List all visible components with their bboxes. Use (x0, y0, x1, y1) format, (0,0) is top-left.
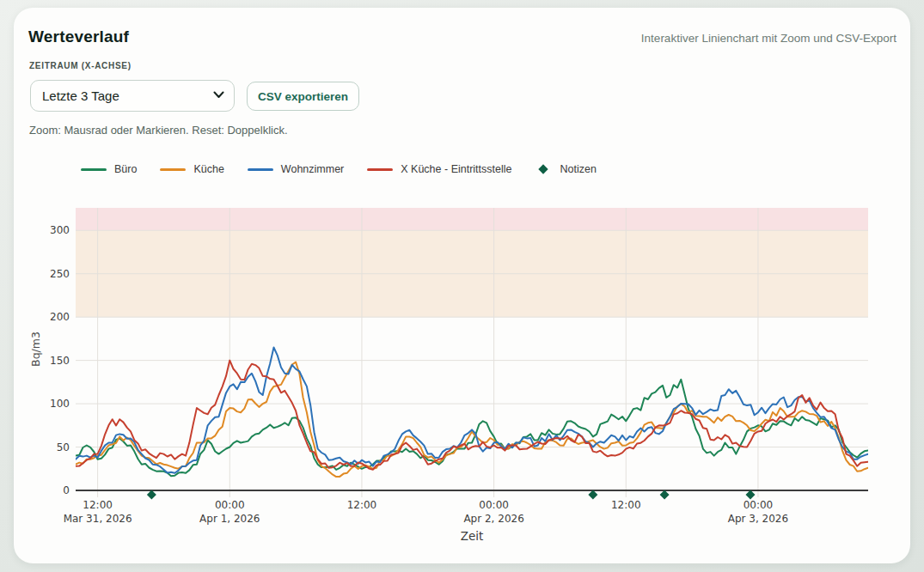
legend-line-swatch (248, 168, 273, 171)
y-tick-label: 50 (57, 441, 70, 453)
x-tick-label: 00:00Apr 1, 2026 (199, 499, 260, 525)
y-tick-label: 150 (50, 355, 70, 367)
x-tick-label: 12:00 (347, 499, 377, 511)
threshold-zone (76, 208, 868, 230)
y-tick-label: 0 (63, 484, 70, 496)
note-diamond-marker[interactable] (588, 490, 597, 500)
legend-label: Notizen (560, 163, 596, 175)
y-tick-label: 100 (50, 398, 70, 410)
legend-item[interactable]: Wohnzimmer (248, 163, 344, 175)
series-line (76, 361, 868, 470)
y-tick-label: 300 (50, 224, 70, 236)
csv-export-button[interactable]: CSV exportieren (247, 82, 359, 111)
zeitraum-select[interactable]: Letzte 3 Tage (30, 80, 235, 112)
zeitraum-select-wrap: Letzte 3 Tage (30, 80, 235, 112)
zeitraum-label: ZEITRAUM (X-ACHSE) (29, 61, 132, 70)
line-chart[interactable]: 05010015020025030012:00Mar 31, 202600:00… (14, 198, 910, 558)
y-axis-title: Bq/m3 (29, 332, 42, 367)
chart-card: Werteverlauf Interaktiver Linienchart mi… (14, 8, 910, 563)
note-diamond-marker[interactable] (660, 490, 670, 500)
legend-item-notes[interactable]: Notizen (535, 163, 596, 175)
legend-label: Wohnzimmer (281, 163, 344, 175)
y-tick-label: 250 (50, 268, 70, 280)
y-tick-label: 200 (50, 311, 70, 323)
legend-label: X Küche - Eintrittsstelle (401, 163, 511, 175)
diamond-marker-icon (539, 164, 548, 173)
chart-legend: BüroKücheWohnzimmerX Küche - Eintrittsst… (81, 161, 597, 177)
page-subtitle: Interaktiver Linienchart mit Zoom und CS… (641, 32, 896, 45)
x-tick-label: 00:00Apr 3, 2026 (728, 499, 788, 525)
x-axis-title: Zeit (461, 529, 484, 543)
page-title: Werteverlauf (28, 27, 129, 46)
legend-line-swatch (160, 168, 186, 171)
series-line (76, 348, 868, 473)
legend-label: Büro (114, 163, 137, 175)
x-tick-label: 00:00Apr 2, 2026 (463, 499, 523, 525)
note-diamond-marker[interactable] (147, 490, 156, 500)
x-tick-label: 12:00Mar 31, 2026 (64, 499, 132, 525)
legend-item[interactable]: X Küche - Eintrittsstelle (367, 163, 511, 175)
legend-label: Küche (193, 163, 223, 175)
legend-item[interactable]: Büro (81, 163, 137, 175)
note-diamond-marker[interactable] (745, 490, 755, 500)
legend-line-swatch (81, 168, 107, 171)
x-tick-label: 12:00 (611, 499, 641, 511)
zoom-hint: Zoom: Mausrad oder Markieren. Reset: Dop… (29, 124, 288, 137)
legend-item[interactable]: Küche (160, 163, 223, 175)
legend-line-swatch (367, 168, 393, 171)
